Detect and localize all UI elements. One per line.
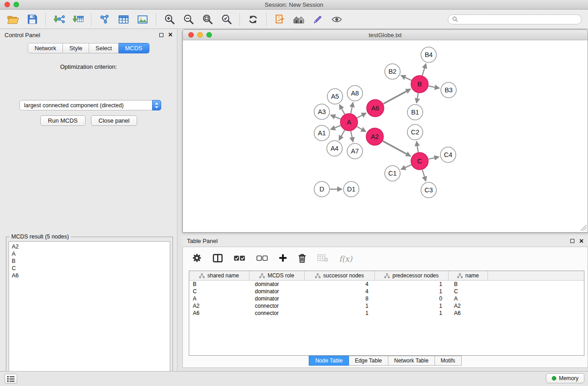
edge-B-B1[interactable] <box>416 93 418 103</box>
edge-C-C4[interactable] <box>429 157 439 159</box>
edge-C-C2[interactable] <box>416 142 418 152</box>
edge-A6-B[interactable] <box>383 89 411 104</box>
network-node-C1[interactable]: C1 <box>385 166 400 181</box>
network-node-C4[interactable]: C4 <box>440 147 456 162</box>
table-cell[interactable]: 4 <box>305 281 375 287</box>
app-zoom-icon[interactable] <box>14 2 19 7</box>
close-panel-icon[interactable]: × <box>168 31 172 38</box>
edge-A-A5[interactable] <box>339 105 344 114</box>
table-cell[interactable]: 0 <box>375 295 449 302</box>
tab-network[interactable]: Network <box>28 43 63 53</box>
zoom-fit-button[interactable] <box>199 12 215 27</box>
network-canvas-svg[interactable]: B4B2BB3A5A8A6A3B1AC2A1A2A4A7C4CC1C3DD1 <box>183 40 588 232</box>
network-node-A6[interactable]: A6 <box>367 100 384 117</box>
mcds-result-item[interactable]: B <box>12 257 167 265</box>
window-minimize-icon[interactable] <box>197 32 203 38</box>
network-node-A8[interactable]: A8 <box>347 86 363 101</box>
column-header-shared-name[interactable]: shared name <box>189 271 249 280</box>
edge-A-A6[interactable] <box>357 113 366 118</box>
mcds-result-item[interactable]: A6 <box>12 272 167 279</box>
edge-C-C3[interactable] <box>422 170 426 181</box>
edge-A-A2[interactable] <box>357 127 366 132</box>
save-session-button[interactable] <box>24 12 40 27</box>
close-panel-icon[interactable]: × <box>579 238 583 245</box>
edge-B-B3[interactable] <box>429 86 440 88</box>
table-cell[interactable]: A2 <box>189 303 249 309</box>
table-cell[interactable]: dominator <box>249 288 305 295</box>
tab-mcds[interactable]: MCDS <box>119 43 149 53</box>
table-cell[interactable]: 4 <box>305 288 375 295</box>
network-node-C2[interactable]: C2 <box>407 124 423 140</box>
table-cell[interactable]: 1 <box>375 303 449 309</box>
network-node-D1[interactable]: D1 <box>344 181 359 197</box>
column-header-MCDS-role[interactable]: MCDS role <box>249 271 305 280</box>
table-cell[interactable]: A2 <box>449 303 488 309</box>
table-row[interactable]: Bdominator41B <box>189 281 584 288</box>
table-cell[interactable]: B <box>449 281 488 287</box>
table-cell[interactable]: A6 <box>449 310 488 316</box>
network-node-C3[interactable]: C3 <box>421 182 436 198</box>
table-cell[interactable]: 1 <box>375 281 449 287</box>
show-columns-button[interactable] <box>213 254 223 264</box>
new-network-button[interactable] <box>96 12 113 27</box>
table-cell[interactable]: C <box>189 288 249 295</box>
network-canvas[interactable]: B4B2BB3A5A8A6A3B1AC2A1A2A4A7C4CC1C3DD1 <box>183 40 588 232</box>
search-field[interactable] <box>448 14 582 24</box>
network-node-D[interactable]: D <box>314 181 330 197</box>
close-panel-button[interactable]: Close panel <box>91 115 138 126</box>
import-table-button[interactable] <box>70 12 86 27</box>
table-cell[interactable]: A <box>449 295 488 302</box>
resize-grip[interactable] <box>581 225 587 231</box>
first-neighbors-button[interactable] <box>272 12 288 27</box>
column-header-name[interactable]: name <box>449 271 488 280</box>
edge-A-A1[interactable] <box>330 125 340 129</box>
select-all-button[interactable] <box>234 254 245 263</box>
edge-A-A4[interactable] <box>339 130 344 140</box>
tab-node-table[interactable]: Node Table <box>309 356 349 366</box>
tab-motifs[interactable]: Motifs <box>435 356 462 366</box>
window-zoom-icon[interactable] <box>206 32 212 38</box>
float-panel-icon[interactable] <box>159 33 163 37</box>
open-session-button[interactable] <box>5 12 21 27</box>
edge-C-C1[interactable] <box>401 165 411 169</box>
table-cell[interactable]: 1 <box>305 310 375 316</box>
new-table-button[interactable] <box>115 12 132 27</box>
network-node-A4[interactable]: A4 <box>327 141 342 156</box>
table-cell[interactable]: dominator <box>249 295 305 302</box>
edge-B-B2[interactable] <box>401 76 411 81</box>
criterion-dropdown[interactable]: largest connected component (directed) <box>19 100 161 110</box>
annotation-button[interactable] <box>310 12 326 27</box>
edge-A-A8[interactable] <box>351 103 353 114</box>
table-cell[interactable]: 1 <box>305 303 375 309</box>
edge-A-A7[interactable] <box>351 131 353 142</box>
table-row[interactable]: Cdominator41C <box>189 288 584 295</box>
network-node-C[interactable]: C <box>411 152 428 170</box>
table-cell[interactable]: A6 <box>189 310 249 316</box>
run-mcds-button[interactable]: Run MCDS <box>40 115 86 126</box>
memory-button[interactable]: Memory <box>546 373 584 383</box>
window-close-icon[interactable] <box>188 32 194 38</box>
edge-A2-C[interactable] <box>383 141 411 156</box>
network-node-B3[interactable]: B3 <box>441 82 456 98</box>
refresh-layout-button[interactable] <box>245 12 261 27</box>
mcds-result-item[interactable]: A2 <box>12 243 167 250</box>
edge-B-B4[interactable] <box>422 64 426 76</box>
network-node-A7[interactable]: A7 <box>347 143 363 159</box>
table-row[interactable]: A2connector11A2 <box>189 302 584 310</box>
table-cell[interactable]: C <box>449 288 488 295</box>
network-node-A2[interactable]: A2 <box>366 128 383 145</box>
tab-edge-table[interactable]: Edge Table <box>349 356 388 366</box>
deselect-all-button[interactable] <box>256 254 268 263</box>
table-cell[interactable]: 1 <box>375 310 449 316</box>
network-node-B4[interactable]: B4 <box>421 47 436 62</box>
mcds-result-item[interactable]: C <box>12 265 167 272</box>
table-cell[interactable]: 1 <box>375 288 449 295</box>
table-row[interactable]: Adominator80A <box>189 295 584 302</box>
import-network-button[interactable] <box>51 12 67 27</box>
tab-select[interactable]: Select <box>89 43 119 53</box>
column-header-successor-nodes[interactable]: successor nodes <box>305 271 375 280</box>
table-cell[interactable]: B <box>189 281 249 287</box>
column-header-predecessor-nodes[interactable]: predecessor nodes <box>375 271 449 280</box>
table-settings-button[interactable] <box>192 253 202 265</box>
show-details-button[interactable] <box>329 12 345 27</box>
